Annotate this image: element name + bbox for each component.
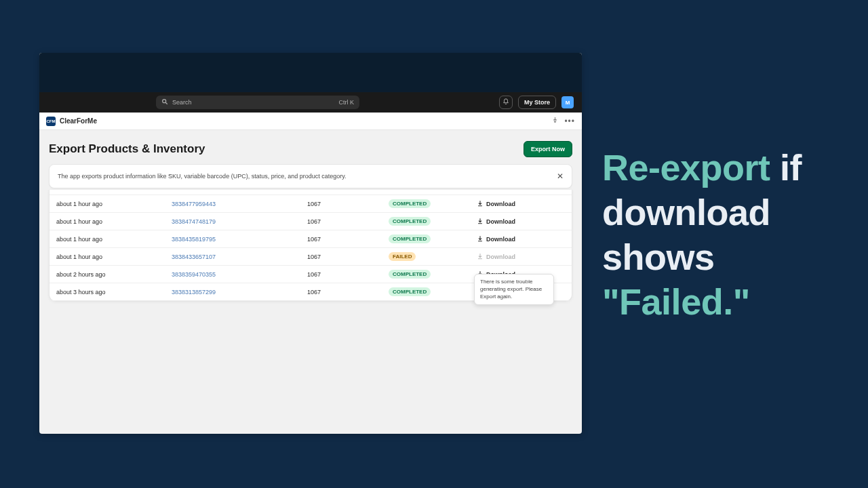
row-export-id[interactable]: 3838313857299 [172,289,307,296]
svg-line-1 [165,102,167,104]
status-badge: COMPLETED [389,270,431,279]
download-icon [477,253,484,261]
app-surface: CFM ClearForMe ••• Export Products & Inv… [39,113,582,315]
row-count: 1067 [307,271,389,278]
banner-text: The app exports product information like… [58,173,347,180]
app-header: CFM ClearForMe ••• [39,113,582,130]
avatar-initials: M [566,100,570,106]
download-button[interactable]: Download [477,235,565,243]
row-time: about 3 hours ago [56,289,172,296]
search-placeholder: Search [172,99,192,106]
exports-table: about 1 hour ago 3838477959443 1067 COMP… [49,190,572,302]
row-export-id[interactable]: 3838435819795 [172,236,307,243]
row-count: 1067 [307,201,389,207]
status-badge: FAILED [389,252,416,261]
row-export-id[interactable]: 3838433657107 [172,253,307,260]
status-badge: COMPLETED [389,235,431,243]
app-logo-icon: CFM [46,117,56,126]
error-tooltip: There is some trouble generating export.… [474,274,554,305]
store-name: My Store [524,99,550,106]
callout-line-3: shows [602,237,715,277]
row-time: about 1 hour ago [56,236,172,243]
row-time: about 1 hour ago [56,253,172,260]
info-banner: The app exports product information like… [49,164,572,188]
callout-accent-1: Re-export [602,147,770,188]
more-icon[interactable]: ••• [564,117,575,126]
status-badge: COMPLETED [389,217,431,226]
row-count: 1067 [307,236,389,243]
avatar[interactable]: M [561,96,574,108]
download-button[interactable]: Download [477,218,565,226]
window-titlebar [39,53,582,92]
callout-text: Re-export if download shows "Failed." [602,146,846,325]
download-button[interactable]: Download [477,200,565,208]
notifications-button[interactable] [499,96,513,109]
search-icon [161,98,168,106]
search-input[interactable]: Search Ctrl K [156,96,359,109]
store-switcher[interactable]: My Store [518,96,556,109]
tooltip-text: There is some trouble generating export.… [480,279,542,300]
table-row: about 1 hour ago 3838477959443 1067 COMP… [50,195,572,213]
row-export-id[interactable]: 3838359470355 [172,271,307,278]
app-name: ClearForMe [60,117,97,125]
download-icon [477,218,484,226]
row-time: about 2 hours ago [56,271,172,278]
table-row [50,190,572,195]
table-row: about 1 hour ago 3838474748179 1067 COMP… [50,213,572,230]
topbar: Search Ctrl K My Store M [39,92,582,113]
search-shortcut: Ctrl K [339,99,355,106]
close-icon[interactable]: ✕ [550,171,564,181]
svg-point-0 [163,100,166,103]
download-button: Download [477,253,565,261]
row-count: 1067 [307,289,389,296]
pin-icon[interactable] [551,117,559,126]
download-icon [477,200,484,208]
callout-line-2: download [602,192,770,232]
page-title: Export Products & Inventory [49,142,205,156]
download-icon [477,235,484,243]
table-row: about 1 hour ago 3838433657107 1067 FAIL… [50,248,572,266]
bell-icon [502,98,509,106]
table-row: about 1 hour ago 3838435819795 1067 COMP… [50,230,572,248]
callout-line-1b: if [770,147,802,188]
status-badge: COMPLETED [389,287,431,296]
row-export-id[interactable]: 3838474748179 [172,218,307,225]
callout-accent-2: "Failed." [602,281,750,322]
app-window: Search Ctrl K My Store M C [39,53,582,434]
row-export-id[interactable]: 3838477959443 [172,201,307,207]
export-now-button[interactable]: Export Now [524,141,572,157]
row-time: about 1 hour ago [56,201,172,207]
row-count: 1067 [307,253,389,260]
row-time: about 1 hour ago [56,218,172,225]
row-count: 1067 [307,218,389,225]
status-badge: COMPLETED [389,199,431,208]
